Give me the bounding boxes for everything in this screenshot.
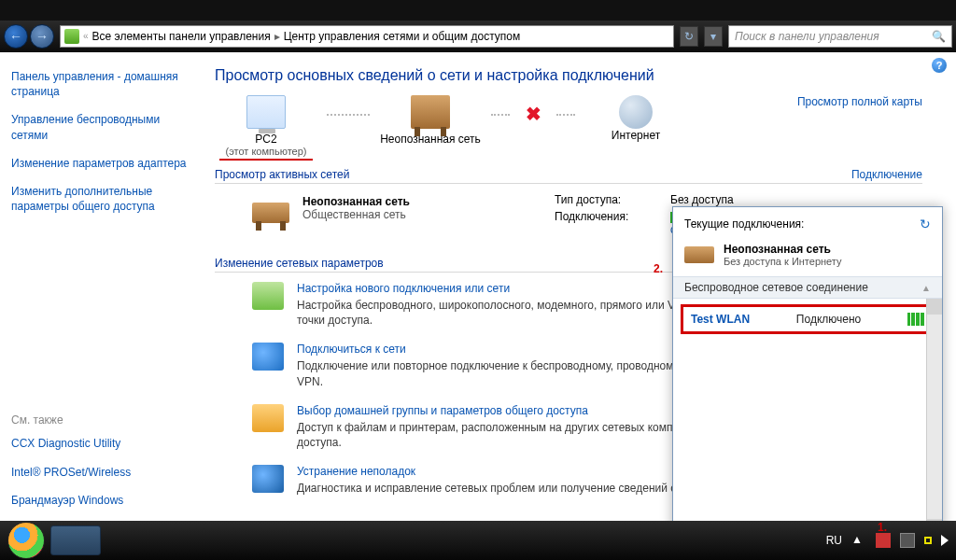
search-placeholder: Поиск в панели управления <box>735 30 879 43</box>
search-icon: 🔍 <box>932 30 946 43</box>
task-link[interactable]: Устранение неполадок <box>297 465 415 478</box>
wifi-list: Test WLAN Подключено <box>673 299 942 535</box>
network-flyout: Текущие подключения: ↻ Неопознанная сеть… <box>672 206 943 560</box>
network-map: PC2 (этот компьютер) Неопознанная сеть ✖… <box>215 95 922 161</box>
chevron-right-icon: ▸ <box>274 30 280 43</box>
seealso-heading: См. также <box>11 413 189 427</box>
volume-icon[interactable] <box>941 535 949 546</box>
wifi-tray-icon[interactable] <box>924 537 932 544</box>
sidebar: Панель управления - домашняя страница Уп… <box>0 52 200 521</box>
breadcrumb[interactable]: « Все элементы панели управления ▸ Центр… <box>60 25 674 48</box>
flyout-section[interactable]: Беспроводное сетевое соединение ▲ <box>673 276 942 299</box>
bench-icon <box>411 95 450 129</box>
bench-icon <box>252 203 289 223</box>
troubleshoot-icon <box>252 465 284 493</box>
power-icon[interactable] <box>900 533 915 548</box>
connect-link[interactable]: Подключение <box>851 168 922 181</box>
annotation-underline <box>219 159 313 161</box>
taskbar: RU ▲ <box>0 521 956 560</box>
connection-line <box>491 114 510 116</box>
computer-icon <box>246 95 286 129</box>
show-hidden-icons[interactable]: ▲ <box>851 533 866 548</box>
forward-button[interactable]: → <box>30 24 54 49</box>
breadcrumb-item[interactable]: Все элементы панели управления <box>92 30 271 43</box>
view-full-map-link[interactable]: Просмотр полной карты <box>797 95 922 108</box>
language-indicator[interactable]: RU <box>826 534 842 547</box>
globe-icon <box>619 95 653 129</box>
system-tray: RU ▲ <box>826 533 949 548</box>
seealso-ccx[interactable]: CCX Diagnostic Utility <box>11 436 189 451</box>
node-unknown[interactable]: Неопознанная сеть <box>379 95 482 146</box>
control-panel-icon <box>64 29 79 44</box>
homegroup-icon <box>252 404 284 432</box>
chevron-left-icon: « <box>83 31 89 41</box>
connect-icon <box>252 343 284 371</box>
seealso-intel[interactable]: Intel® PROSet/Wireless <box>11 465 189 480</box>
page-title: Просмотр основных сведений о сети и наст… <box>215 67 922 84</box>
annotation-2: 2. <box>654 262 663 275</box>
titlebar <box>0 0 956 21</box>
sidebar-home[interactable]: Панель управления - домашняя страница <box>11 69 189 99</box>
action-center-icon[interactable] <box>876 533 891 548</box>
content: ? Панель управления - домашняя страница … <box>0 52 956 521</box>
node-pc[interactable]: PC2 (этот компьютер) <box>215 95 317 161</box>
dropdown-button[interactable]: ▾ <box>704 26 723 47</box>
new-connection-icon <box>252 282 284 310</box>
sidebar-item-wireless[interactable]: Управление беспроводными сетями <box>11 112 189 142</box>
disconnected-icon: ✖ <box>519 103 547 125</box>
taskbar-app[interactable] <box>50 525 101 555</box>
sidebar-item-adapter[interactable]: Изменение параметров адаптера <box>11 156 189 171</box>
wifi-item-test-wlan[interactable]: Test WLAN Подключено <box>681 304 935 334</box>
scrollbar[interactable] <box>926 299 942 535</box>
flyout-title: Текущие подключения: <box>684 217 804 231</box>
sidebar-item-sharing[interactable]: Изменить дополнительные параметры общего… <box>11 184 189 214</box>
breadcrumb-item[interactable]: Центр управления сетями и общим доступом <box>284 30 521 43</box>
task-link[interactable]: Подключиться к сети <box>297 343 406 356</box>
network-type-link[interactable]: Общественная сеть <box>302 208 410 221</box>
refresh-icon[interactable]: ↻ <box>920 217 931 231</box>
node-internet[interactable]: Интернет <box>584 95 687 142</box>
search-input[interactable]: Поиск в панели управления 🔍 <box>728 25 952 48</box>
section-active-networks: Просмотр активных сетей Подключение <box>215 168 922 184</box>
task-link[interactable]: Настройка нового подключения или сети <box>297 282 510 295</box>
bench-icon <box>684 246 714 263</box>
back-button[interactable]: ← <box>4 24 28 49</box>
navbar: ← → « Все элементы панели управления ▸ Ц… <box>0 21 956 52</box>
task-link[interactable]: Выбор домашней группы и параметров общег… <box>297 404 588 417</box>
connection-line <box>327 114 370 116</box>
seealso-firewall[interactable]: Брандмауэр Windows <box>11 493 189 508</box>
chevron-up-icon: ▲ <box>921 283 931 293</box>
signal-bars-icon <box>907 313 924 326</box>
annotation-1: 1. <box>878 521 887 534</box>
connection-line <box>556 114 575 116</box>
refresh-button[interactable]: ↻ <box>680 26 698 47</box>
start-button[interactable] <box>7 522 45 559</box>
